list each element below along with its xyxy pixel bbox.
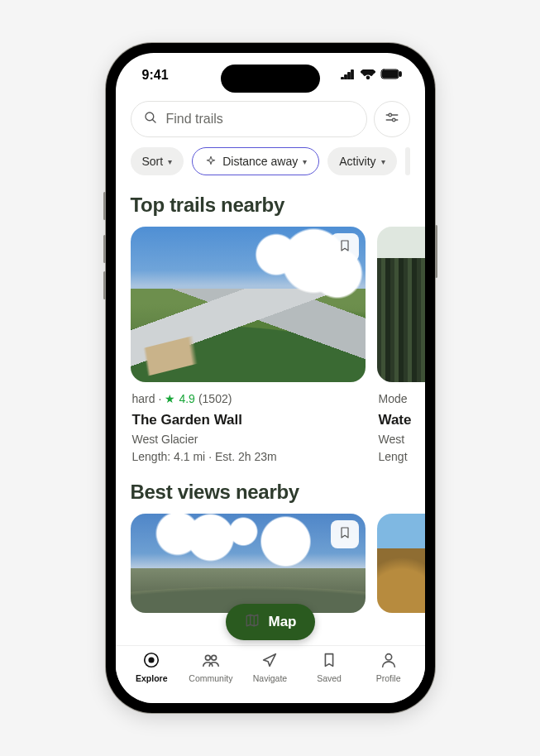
navigate-icon bbox=[260, 651, 279, 671]
star-icon: ★ bbox=[165, 390, 175, 408]
tab-explore[interactable]: Explore bbox=[122, 651, 182, 695]
dynamic-island bbox=[221, 65, 320, 93]
chevron-down-icon: ▾ bbox=[168, 157, 172, 166]
filter-button[interactable] bbox=[374, 101, 410, 137]
trail-card[interactable]: hard · ★ 4.9 (1502) The Garden Wall West… bbox=[131, 227, 366, 466]
section-title-top-trails: Top trails nearby bbox=[116, 190, 425, 227]
trail-length-value: 4.1 mi bbox=[174, 450, 205, 463]
svg-point-10 bbox=[150, 658, 155, 663]
trail-reviews: (1502) bbox=[198, 390, 232, 408]
chevron-down-icon: ▾ bbox=[303, 157, 307, 166]
top-trails-row[interactable]: hard · ★ 4.9 (1502) The Garden Wall West… bbox=[116, 227, 425, 466]
sparkle-icon bbox=[204, 155, 217, 168]
bookmark-button[interactable] bbox=[331, 520, 359, 548]
bookmark-icon bbox=[338, 238, 351, 256]
trail-card[interactable]: Mode Wate West Lengt bbox=[377, 227, 425, 466]
trail-rating: 4.9 bbox=[179, 390, 194, 408]
svg-point-11 bbox=[205, 655, 210, 660]
chip-activity-label: Activity bbox=[339, 155, 375, 168]
view-image bbox=[131, 514, 366, 613]
search-input[interactable]: Find trails bbox=[131, 101, 367, 137]
view-image bbox=[377, 514, 425, 613]
map-button-label: Map bbox=[269, 614, 297, 630]
svg-rect-1 bbox=[382, 71, 397, 78]
tab-profile[interactable]: Profile bbox=[359, 651, 418, 695]
svg-point-13 bbox=[385, 654, 391, 660]
svg-point-8 bbox=[392, 118, 395, 122]
wifi-icon bbox=[361, 68, 375, 83]
chip-activity[interactable]: Activity ▾ bbox=[327, 147, 396, 175]
trail-image bbox=[377, 227, 425, 382]
search-placeholder: Find trails bbox=[166, 112, 223, 127]
trail-image bbox=[131, 227, 366, 382]
trail-title: The Garden Wall bbox=[132, 409, 364, 431]
chip-overflow[interactable] bbox=[405, 147, 410, 175]
trail-difficulty: hard bbox=[132, 390, 155, 408]
view-card[interactable] bbox=[131, 514, 366, 613]
tab-label: Navigate bbox=[253, 673, 287, 683]
tab-label: Saved bbox=[317, 673, 342, 683]
best-views-row[interactable] bbox=[116, 514, 425, 613]
community-icon bbox=[202, 651, 220, 671]
cellular-icon bbox=[341, 68, 356, 83]
trail-length-label: Length: bbox=[132, 450, 171, 463]
bookmark-icon bbox=[320, 651, 338, 671]
search-icon bbox=[143, 110, 158, 128]
compass-icon bbox=[142, 651, 160, 671]
battery-icon bbox=[380, 68, 402, 83]
map-icon bbox=[244, 613, 260, 632]
trail-location: West Glacier bbox=[132, 431, 364, 448]
tab-saved[interactable]: Saved bbox=[299, 651, 359, 695]
tab-label: Profile bbox=[376, 673, 401, 683]
trail-est-value: 2h 23m bbox=[238, 450, 277, 463]
trail-est-label: Est. bbox=[215, 450, 235, 463]
section-title-best-views: Best views nearby bbox=[116, 466, 425, 514]
tab-community[interactable]: Community bbox=[181, 651, 241, 695]
tab-navigate[interactable]: Navigate bbox=[241, 651, 300, 695]
chip-sort-label: Sort bbox=[142, 155, 164, 168]
tab-label: Community bbox=[189, 673, 232, 683]
svg-line-4 bbox=[152, 119, 155, 122]
tab-bar: Explore Community Navigate Saved bbox=[116, 645, 425, 703]
chip-distance[interactable]: Distance away ▾ bbox=[192, 147, 319, 175]
bookmark-button[interactable] bbox=[331, 233, 359, 261]
chevron-down-icon: ▾ bbox=[381, 157, 385, 166]
sliders-icon bbox=[385, 110, 399, 128]
trail-title: Wate bbox=[379, 409, 425, 431]
trail-difficulty: Mode bbox=[379, 390, 425, 408]
map-button[interactable]: Map bbox=[226, 604, 315, 640]
svg-point-12 bbox=[212, 655, 217, 660]
profile-icon bbox=[380, 651, 398, 671]
chip-distance-label: Distance away bbox=[222, 155, 298, 168]
trail-length-label: Lengt bbox=[379, 448, 425, 466]
chip-sort[interactable]: Sort ▾ bbox=[131, 147, 184, 175]
view-card[interactable] bbox=[377, 514, 425, 613]
tab-label: Explore bbox=[136, 673, 168, 683]
bookmark-icon bbox=[338, 525, 351, 543]
trail-location: West bbox=[379, 431, 425, 448]
status-time: 9:41 bbox=[142, 68, 169, 83]
svg-point-7 bbox=[388, 113, 391, 117]
svg-rect-2 bbox=[399, 72, 401, 76]
